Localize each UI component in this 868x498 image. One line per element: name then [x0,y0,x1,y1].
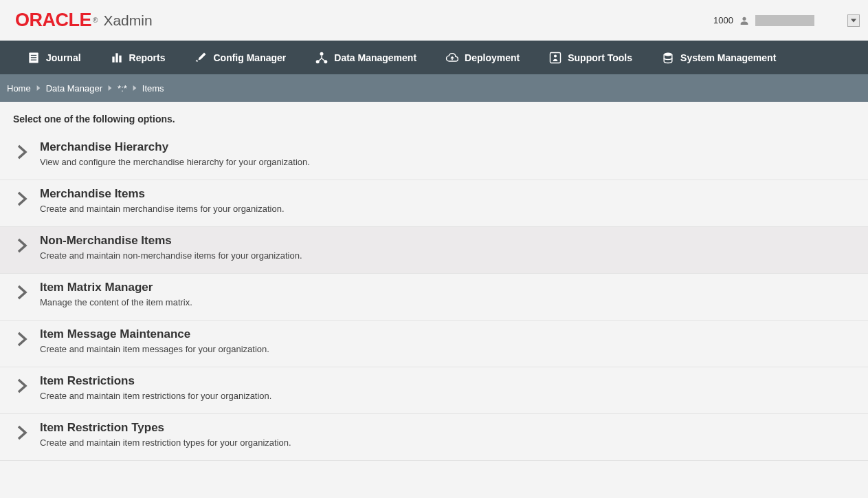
option-text: Merchandise HierarchyView and configure … [40,140,310,167]
chevron-right-icon [15,377,30,395]
nav-data-management[interactable]: Data Management [300,41,431,74]
svg-rect-1 [31,54,36,55]
svg-rect-5 [115,53,118,62]
chevron-right-icon [108,85,112,91]
svg-rect-6 [119,55,121,62]
option-text: Item Message MaintenanceCreate and maint… [40,327,269,354]
user-name-placeholder [755,15,814,26]
breadcrumb-home[interactable]: Home [7,83,31,94]
svg-point-7 [320,52,324,55]
option-title: Item Matrix Manager [40,281,192,294]
option-row[interactable]: Item Matrix ManagerManage the content of… [0,274,868,321]
nav-support-tools[interactable]: Support Tools [534,41,647,74]
option-title: Merchandise Hierarchy [40,140,310,154]
svg-rect-10 [550,52,561,63]
prompt-text: Select one of the following options. [0,102,868,133]
svg-rect-4 [112,56,114,62]
svg-rect-2 [31,57,36,58]
nav-journal[interactable]: Journal [12,41,96,74]
nav-system-management[interactable]: System Management [647,41,790,74]
option-text: Item RestrictionsCreate and maintain ite… [40,374,271,401]
chevron-right-icon [15,424,30,442]
option-title: Non-Merchandise Items [40,234,302,248]
chevron-right-icon [15,330,30,348]
chevron-right-icon [15,143,30,161]
nav-label: System Management [680,52,776,63]
app-header: ORACLE ® Xadmin 1000 [0,0,868,41]
svg-point-12 [664,52,672,56]
nav-label: Deployment [465,52,520,63]
logo-registered-mark: ® [93,17,98,24]
option-row[interactable]: Item Restriction TypesCreate and maintai… [0,414,868,461]
chevron-right-icon [36,85,41,91]
option-desc: Create and maintain item messages for yo… [40,344,269,354]
option-desc: Create and maintain non-merchandise item… [40,250,302,261]
svg-point-11 [554,54,557,57]
option-row[interactable]: Item Message MaintenanceCreate and maint… [0,321,868,367]
option-row[interactable]: Merchandise HierarchyView and configure … [0,133,868,180]
chevron-right-icon [15,190,30,208]
chevron-right-icon [133,85,137,91]
option-desc: Create and maintain item restriction typ… [40,437,291,448]
chevron-down-icon [851,19,856,23]
breadcrumb: Home Data Manager *:* Items [0,74,868,102]
nav-label: Support Tools [568,52,632,63]
user-number: 1000 [713,15,733,25]
option-row[interactable]: Non-Merchandise ItemsCreate and maintain… [0,227,868,274]
svg-rect-3 [31,59,36,60]
user-menu-dropdown-button[interactable] [847,14,860,27]
nav-label: Reports [129,52,166,63]
main-navbar: Journal Reports Config Manager Data Mana… [0,41,868,74]
option-desc: View and configure the merchandise hiera… [40,157,310,167]
chevron-right-icon [15,283,30,301]
option-desc: Create and maintain item restrictions fo… [40,391,271,401]
option-title: Item Restrictions [40,374,271,388]
option-row[interactable]: Merchandise ItemsCreate and maintain mer… [0,180,868,227]
reports-icon [110,51,124,65]
breadcrumb-items: Items [142,83,164,94]
journal-icon [27,51,41,65]
option-title: Item Message Maintenance [40,327,269,341]
option-text: Item Restriction TypesCreate and maintai… [40,421,291,448]
breadcrumb-data-manager[interactable]: Data Manager [46,83,102,94]
header-user-area: 1000 [713,14,860,27]
nav-reports[interactable]: Reports [96,41,180,74]
options-list: Merchandise HierarchyView and configure … [0,133,868,461]
config-icon [194,51,208,65]
nav-label: Config Manager [213,52,286,63]
option-title: Item Restriction Types [40,421,291,435]
chevron-right-icon [15,237,30,255]
logo-oracle-text: ORACLE [15,10,91,31]
option-row[interactable]: Item RestrictionsCreate and maintain ite… [0,367,868,414]
deploy-icon [445,51,459,65]
user-icon [739,15,750,26]
nav-config-manager[interactable]: Config Manager [179,41,300,74]
breadcrumb-scope[interactable]: *:* [118,83,127,94]
option-desc: Create and maintain merchandise items fo… [40,204,285,214]
option-text: Non-Merchandise ItemsCreate and maintain… [40,234,302,261]
option-text: Merchandise ItemsCreate and maintain mer… [40,187,285,214]
nav-deployment[interactable]: Deployment [431,41,534,74]
content-area: Select one of the following options. Mer… [0,102,868,461]
option-text: Item Matrix ManagerManage the content of… [40,281,192,307]
data-icon [315,51,329,65]
nav-label: Data Management [334,52,416,63]
option-desc: Manage the content of the item matrix. [40,297,192,307]
system-icon [661,51,675,65]
support-icon [548,51,562,65]
option-title: Merchandise Items [40,187,285,201]
app-name: Xadmin [103,12,152,29]
nav-label: Journal [46,52,81,63]
